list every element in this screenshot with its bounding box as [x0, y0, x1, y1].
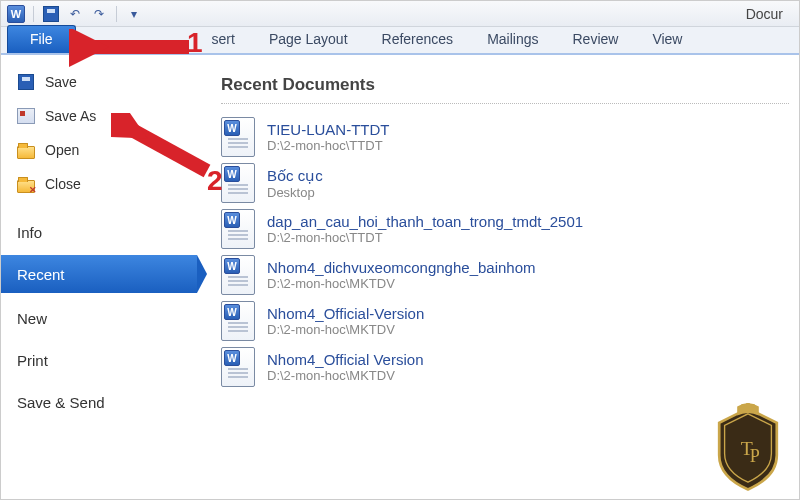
doc-text: Bốc cụcDesktop	[267, 167, 323, 200]
svg-point-4	[752, 404, 756, 408]
tab-file[interactable]: File	[7, 25, 76, 53]
divider	[221, 103, 789, 104]
doc-text: Nhom4_Official VersionD:\2-mon-hoc\MKTDV	[267, 351, 423, 383]
svg-line-1	[123, 125, 207, 171]
title-bar: W ↶ ↷ ▾ Docur	[1, 1, 799, 27]
annotation-arrow-1	[69, 29, 199, 69]
sidebar-item-label: Save	[45, 74, 77, 90]
tab-mailings[interactable]: Mailings	[473, 26, 552, 53]
word-doc-icon	[221, 347, 255, 387]
doc-text: Nhom4_Official-VersionD:\2-mon-hoc\MKTDV	[267, 305, 424, 337]
qat-undo-button[interactable]: ↶	[66, 5, 84, 23]
doc-path: D:\2-mon-hoc\MKTDV	[267, 276, 536, 291]
doc-title: dap_an_cau_hoi_thanh_toan_trong_tmdt_250…	[267, 213, 583, 230]
folder-close-icon	[17, 175, 35, 193]
recent-doc-item[interactable]: Nhom4_dichvuxeomcongnghe_bainhomD:\2-mon…	[221, 252, 789, 298]
folder-open-icon	[17, 141, 35, 159]
annotation-arrow-2	[111, 113, 221, 183]
sidebar-item-label: Recent	[17, 266, 65, 283]
window-title: Docur	[746, 6, 783, 22]
doc-text: Nhom4_dichvuxeomcongnghe_bainhomD:\2-mon…	[267, 259, 536, 291]
sidebar-item-info[interactable]: Info	[1, 215, 197, 249]
doc-title: TIEU-LUAN-TTDT	[267, 121, 390, 138]
doc-title: Nhom4_Official-Version	[267, 305, 424, 322]
doc-title: Nhom4_Official Version	[267, 351, 423, 368]
recent-doc-item[interactable]: Bốc cụcDesktop	[221, 160, 789, 206]
qat-save-button[interactable]	[42, 5, 60, 23]
sidebar-item-save[interactable]: Save	[1, 65, 197, 99]
tab-page-layout[interactable]: Page Layout	[255, 26, 362, 53]
sidebar-item-recent[interactable]: Recent	[1, 255, 197, 293]
floppy-icon	[17, 73, 35, 91]
sidebar-item-label: Open	[45, 142, 79, 158]
word-doc-icon	[221, 163, 255, 203]
sidebar-item-label: Save As	[45, 108, 96, 124]
recent-doc-item[interactable]: Nhom4_Official VersionD:\2-mon-hoc\MKTDV	[221, 344, 789, 390]
doc-path: Desktop	[267, 185, 323, 200]
recent-doc-item[interactable]: TIEU-LUAN-TTDTD:\2-mon-hoc\TTDT	[221, 114, 789, 160]
doc-text: TIEU-LUAN-TTDTD:\2-mon-hoc\TTDT	[267, 121, 390, 153]
qat-customize-button[interactable]: ▾	[125, 5, 143, 23]
recent-doc-item[interactable]: dap_an_cau_hoi_thanh_toan_trong_tmdt_250…	[221, 206, 789, 252]
quick-access-toolbar: ↶ ↷ ▾	[31, 5, 143, 23]
sidebar-item-new[interactable]: New	[1, 301, 197, 335]
doc-title: Nhom4_dichvuxeomcongnghe_bainhom	[267, 259, 536, 276]
word-doc-icon	[221, 301, 255, 341]
doc-title: Bốc cục	[267, 167, 323, 185]
sidebar-item-save-send[interactable]: Save & Send	[1, 385, 197, 419]
recent-doc-item[interactable]: Nhom4_Official-VersionD:\2-mon-hoc\MKTDV	[221, 298, 789, 344]
app-icon: W	[7, 5, 25, 23]
doc-path: D:\2-mon-hoc\TTDT	[267, 230, 583, 245]
recent-documents-list: TIEU-LUAN-TTDTD:\2-mon-hoc\TTDTBốc cụcDe…	[221, 114, 789, 390]
svg-point-2	[741, 404, 745, 408]
tab-review[interactable]: Review	[558, 26, 632, 53]
tab-references[interactable]: References	[368, 26, 468, 53]
floppy-icon	[43, 6, 59, 22]
sidebar-item-label: Print	[17, 352, 48, 369]
doc-text: dap_an_cau_hoi_thanh_toan_trong_tmdt_250…	[267, 213, 583, 245]
annotation-label-1: 1	[187, 27, 203, 59]
doc-path: D:\2-mon-hoc\MKTDV	[267, 322, 424, 337]
watermark-badge-icon: T P	[703, 403, 793, 493]
doc-path: D:\2-mon-hoc\MKTDV	[267, 368, 423, 383]
tab-view[interactable]: View	[638, 26, 696, 53]
save-as-icon	[17, 107, 35, 125]
svg-text:P: P	[750, 446, 760, 466]
word-doc-icon	[221, 255, 255, 295]
sidebar-item-label: Save & Send	[17, 394, 105, 411]
word-doc-icon	[221, 209, 255, 249]
sidebar-item-label: Close	[45, 176, 81, 192]
tab-insert[interactable]: sert	[198, 26, 249, 53]
qat-redo-button[interactable]: ↷	[90, 5, 108, 23]
sidebar-item-label: Info	[17, 224, 42, 241]
recent-heading: Recent Documents	[221, 75, 789, 95]
sidebar-item-label: New	[17, 310, 47, 327]
sidebar-item-print[interactable]: Print	[1, 343, 197, 377]
word-doc-icon	[221, 117, 255, 157]
annotation-label-2: 2	[207, 165, 223, 197]
doc-path: D:\2-mon-hoc\TTDT	[267, 138, 390, 153]
